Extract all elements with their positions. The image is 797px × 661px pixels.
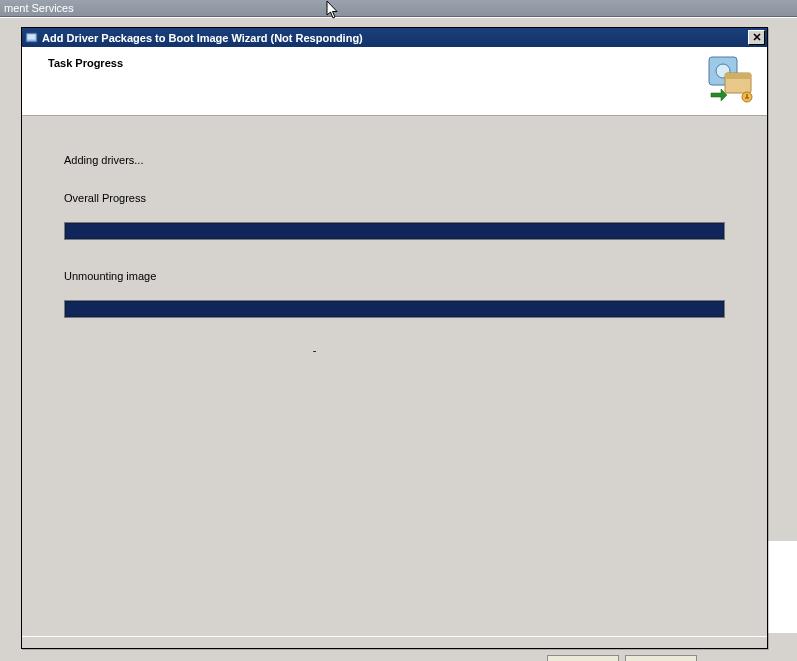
wizard-footer (22, 636, 767, 648)
close-button[interactable] (748, 30, 765, 45)
secondary-progress-label: Unmounting image (64, 270, 725, 282)
status-text: Adding drivers... (64, 154, 725, 166)
status-detail-text: - (0, 344, 725, 356)
wizard-graphic-icon (705, 53, 757, 105)
parent-window-title-text: ment Services (4, 2, 74, 14)
footer-buttons-partial (547, 655, 697, 661)
dialog-titlebar[interactable]: Add Driver Packages to Boot Image Wizard… (22, 28, 767, 47)
back-button[interactable] (547, 655, 619, 661)
overall-progress-bar (64, 222, 725, 240)
secondary-progress-bar (64, 300, 725, 318)
wizard-dialog: Add Driver Packages to Boot Image Wizard… (21, 27, 768, 649)
parent-window-titlebar: ment Services (0, 0, 797, 17)
wizard-body: Adding drivers... Overall Progress Unmou… (22, 116, 767, 376)
svg-rect-7 (725, 73, 751, 79)
next-button[interactable] (625, 655, 697, 661)
wizard-header: Task Progress (22, 47, 767, 116)
overall-progress-label: Overall Progress (64, 192, 725, 204)
dialog-title-text: Add Driver Packages to Boot Image Wizard… (42, 32, 748, 44)
svg-rect-1 (27, 35, 35, 40)
close-icon (753, 32, 761, 43)
page-title: Task Progress (48, 57, 123, 69)
app-icon (24, 31, 38, 45)
